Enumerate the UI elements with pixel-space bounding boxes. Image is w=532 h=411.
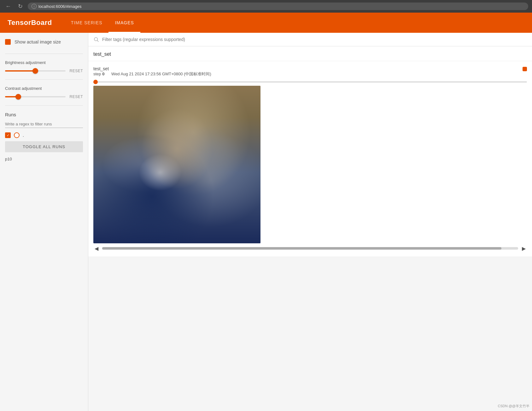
show-actual-size-section: Show actual image size: [5, 39, 83, 54]
main-layout: Show actual image size Brightness adjust…: [0, 33, 532, 411]
image-section: test_set test_set step 0 Wed Aug 21 2024…: [88, 46, 532, 257]
step-slider-thumb[interactable]: [93, 80, 98, 84]
show-actual-size-checkbox[interactable]: [5, 39, 11, 45]
brightness-reset-button[interactable]: RESET: [69, 69, 83, 73]
brightness-thumb[interactable]: [32, 68, 38, 74]
brightness-track[interactable]: [5, 70, 66, 72]
contrast-thumb[interactable]: [15, 94, 21, 100]
run-dot-label: .: [23, 133, 24, 138]
image-scrollbar-thumb: [102, 247, 501, 250]
image-card-step-info: step 0 Wed Aug 21 2024 17:23:56 GMT+0800…: [93, 71, 211, 77]
nav-time-series[interactable]: TIME SERIES: [65, 13, 109, 33]
image-nav-bar: ◀ ▶: [93, 245, 527, 252]
filter-tags-input[interactable]: [102, 37, 527, 42]
toggle-all-runs-button[interactable]: TOGGLE ALL RUNS: [5, 141, 83, 152]
image-display: [93, 86, 260, 243]
brightness-fill: [5, 70, 35, 72]
timestamp: Wed Aug 21 2024 17:23:56 GMT+0800 (中国标准时…: [111, 72, 211, 76]
reload-button[interactable]: ↻: [16, 2, 25, 11]
show-actual-size-row: Show actual image size: [5, 39, 83, 45]
svg-line-1: [97, 40, 98, 42]
filter-runs-input[interactable]: [5, 120, 83, 128]
back-button[interactable]: ←: [4, 2, 13, 11]
run-checkbox[interactable]: ✓: [5, 132, 11, 138]
contrast-section: Contrast adjustment RESET: [5, 86, 83, 106]
search-icon: [93, 37, 99, 42]
contrast-label: Contrast adjustment: [5, 86, 83, 91]
contrast-track[interactable]: [5, 96, 66, 97]
show-actual-size-label: Show actual image size: [15, 39, 61, 44]
image-scrollbar[interactable]: [102, 247, 518, 250]
brightness-label: Brightness adjustment: [5, 60, 83, 65]
nav-left-arrow[interactable]: ◀: [93, 245, 100, 252]
brightness-section: Brightness adjustment RESET: [5, 60, 83, 80]
image-card-title: test_set step 0 Wed Aug 21 2024 17:23:56…: [93, 66, 211, 79]
info-icon: i: [32, 4, 37, 9]
nav-images[interactable]: IMAGES: [108, 13, 140, 33]
image-section-title: test_set: [88, 46, 532, 61]
step-slider-container: [93, 81, 527, 83]
contrast-slider-row: RESET: [5, 95, 83, 99]
step-label: step: [93, 72, 101, 76]
run-radio[interactable]: [14, 132, 20, 138]
image-card: test_set step 0 Wed Aug 21 2024 17:23:56…: [88, 61, 532, 257]
svg-point-0: [94, 38, 98, 41]
run-name-label: p10: [5, 157, 83, 161]
filter-bar: [88, 33, 532, 46]
brightness-slider-row: RESET: [5, 69, 83, 73]
checkmark-icon: ✓: [7, 133, 9, 137]
url-text: localhost:6006/#images: [38, 4, 82, 9]
orange-color-dot: [523, 67, 527, 71]
runs-title: Runs: [5, 112, 83, 117]
image-card-name: test_set: [93, 66, 211, 71]
image-placeholder: [93, 86, 260, 243]
sidebar: Show actual image size Brightness adjust…: [0, 33, 88, 411]
tb-nav: TIME SERIES IMAGES: [65, 13, 140, 33]
image-pixel-overlay: [93, 86, 260, 243]
step-slider-track[interactable]: [93, 81, 527, 83]
tb-logo: TensorBoard: [8, 19, 52, 27]
runs-section: Runs ✓ . TOGGLE ALL RUNS p10: [5, 112, 83, 168]
image-card-header: test_set step 0 Wed Aug 21 2024 17:23:56…: [93, 66, 527, 79]
nav-right-arrow[interactable]: ▶: [521, 245, 527, 252]
step-value: 0: [102, 72, 104, 76]
address-bar: i localhost:6006/#images: [28, 3, 528, 10]
contrast-reset-button[interactable]: RESET: [69, 95, 83, 99]
content-area: test_set test_set step 0 Wed Aug 21 2024…: [88, 33, 532, 411]
run-item: ✓ .: [5, 132, 83, 138]
tb-header: TensorBoard TIME SERIES IMAGES: [0, 13, 532, 33]
browser-chrome: ← ↻ i localhost:6006/#images: [0, 0, 532, 13]
